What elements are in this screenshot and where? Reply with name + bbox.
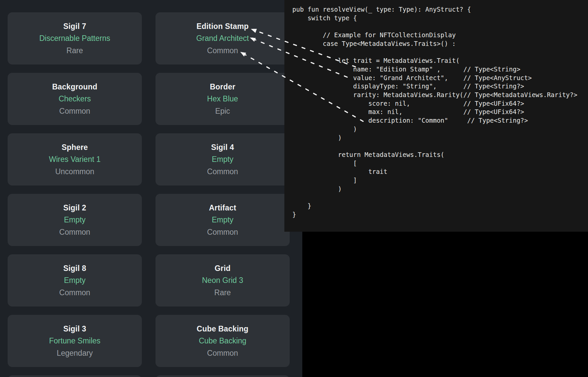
trait-title: Sigil 4 [211,141,234,154]
trait-title: Grid [215,262,231,275]
trait-rarity: Common [207,347,238,359]
trait-value: Checkers [58,93,91,105]
trait-rarity: Legendary [57,347,93,359]
code-panel: pub fun resolveView(_ type: Type): AnySt… [284,0,588,232]
trait-value: Grand Architect [196,32,249,45]
trait-title: Edition Stamp [196,20,248,33]
trait-rarity: Common [59,226,90,238]
screenshot-root: Sigil 7Discernable PatternsRareEdition S… [0,0,588,377]
trait-rarity: Common [207,45,238,57]
trait-card [155,375,290,377]
trait-title: Cube Backing [197,323,248,335]
trait-title: Sigil 3 [63,323,86,335]
trait-value: Empty [64,214,85,226]
trait-card-grid: Sigil 7Discernable PatternsRareEdition S… [0,0,302,377]
trait-value: Neon Grid 3 [202,274,243,287]
trait-value: Empty [212,153,233,166]
trait-card: Sigil 3Fortune SmilesLegendary [8,315,142,367]
trait-title: Sigil 8 [63,262,86,275]
trait-card: Sigil 4EmptyCommon [155,133,290,186]
trait-card: ArtifactEmptyCommon [155,194,290,246]
trait-value: Empty [64,274,85,287]
traits-page: Sigil 7Discernable PatternsRareEdition S… [0,0,302,377]
trait-card: Sigil 7Discernable PatternsRare [8,12,142,64]
trait-value: Hex Blue [207,93,238,105]
trait-card: SphereWires Varient 1Uncommon [8,133,142,186]
trait-title: Background [52,81,97,93]
trait-title: Sphere [61,141,88,154]
trait-rarity: Epic [215,105,230,117]
trait-rarity: Common [59,287,90,299]
trait-card [8,375,142,377]
trait-rarity: Common [207,226,238,238]
trait-card: Sigil 8EmptyCommon [8,254,142,307]
trait-card: Edition StampGrand ArchitectCommon [155,12,290,64]
trait-rarity: Common [207,166,238,178]
trait-rarity: Common [59,105,90,117]
trait-card: BackgroundCheckersCommon [8,73,142,125]
trait-rarity: Uncommon [55,166,94,178]
trait-card: Sigil 2EmptyCommon [8,194,142,246]
trait-title: Artifact [209,202,236,214]
trait-value: Wires Varient 1 [49,153,101,166]
trait-rarity: Rare [66,45,83,57]
trait-value: Fortune Smiles [49,335,101,347]
trait-value: Discernable Patterns [39,32,110,45]
trait-card: GridNeon Grid 3Rare [155,254,290,307]
trait-card: BorderHex BlueEpic [155,73,290,125]
trait-value: Empty [212,214,233,226]
trait-rarity: Rare [214,287,231,299]
trait-title: Sigil 2 [63,202,86,214]
trait-card: Cube BackingCube BackingCommon [155,315,290,367]
trait-title: Border [210,81,236,93]
trait-title: Sigil 7 [63,20,86,33]
code-block: pub fun resolveView(_ type: Type): AnySt… [284,0,588,219]
trait-value: Cube Backing [199,335,246,347]
